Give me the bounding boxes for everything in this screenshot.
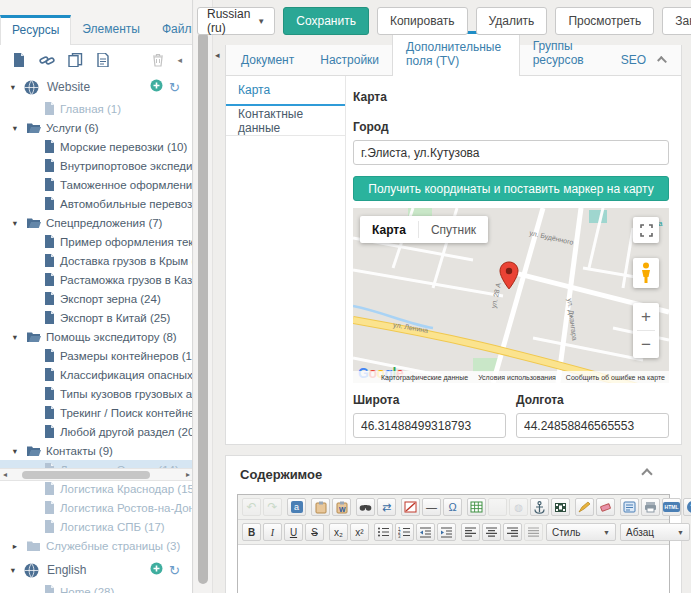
expander-icon[interactable]: ▾ xyxy=(8,565,18,575)
tree-item[interactable]: Автомобильные перевозки (13) xyxy=(0,194,192,213)
tree-horizontal-scrollbar[interactable]: ◂ ▸ xyxy=(0,468,193,481)
tree-item[interactable]: Трекинг / Поиск контейнера (18) xyxy=(0,403,192,422)
tree-item[interactable]: Главная (1) xyxy=(0,99,192,118)
tree-item[interactable]: Любой другой раздел (20) xyxy=(0,422,192,441)
superscript-icon[interactable]: x² xyxy=(350,523,369,541)
collapse-sidebar-icon[interactable]: ◂ xyxy=(177,55,182,65)
city-input[interactable] xyxy=(353,140,669,165)
attribution-link[interactable]: Условия использования xyxy=(478,374,556,381)
replace-icon[interactable]: ⇄ xyxy=(377,498,396,516)
tree-item[interactable]: Классификация опасных грузов xyxy=(0,365,192,384)
help-icon[interactable]: ? xyxy=(683,498,691,516)
tree-root-english[interactable]: ▾English↻ xyxy=(0,558,192,582)
tree-item[interactable]: Доставка грузов в Крым (22) xyxy=(0,251,192,270)
collapse-panel-icon[interactable] xyxy=(641,468,652,479)
zoom-out-button[interactable]: − xyxy=(633,331,659,358)
image-icon[interactable] xyxy=(401,498,420,516)
bold-icon[interactable]: B xyxy=(242,523,261,541)
refresh-icon[interactable]: ↻ xyxy=(169,81,180,94)
tab-настройки[interactable]: Настройки xyxy=(307,45,392,75)
weblink-icon[interactable] xyxy=(38,52,56,68)
tree-item[interactable]: Экспорт зерна (24) xyxy=(0,289,192,308)
tree-item[interactable]: Пример оформления текстовой xyxy=(0,232,192,251)
collapse-tree-panel-icon[interactable]: ◂ xyxy=(215,50,220,60)
anchor-icon[interactable] xyxy=(530,498,549,516)
tab-документ[interactable]: Документ xyxy=(228,45,307,75)
print-icon[interactable] xyxy=(641,498,660,516)
sidebar-tab-Элементы[interactable]: Элементы xyxy=(71,15,151,44)
fullscreen-icon[interactable] xyxy=(633,217,659,243)
subscript-icon[interactable]: x₂ xyxy=(329,523,348,541)
underline-icon[interactable]: U xyxy=(284,523,303,541)
attribution-link[interactable]: Сообщить об ошибке на карте xyxy=(566,374,665,381)
duplicate-icon[interactable] xyxy=(66,52,84,68)
latitude-input[interactable] xyxy=(353,413,506,438)
scrollbar-thumb[interactable] xyxy=(198,32,208,584)
bullet-list-icon[interactable] xyxy=(374,523,393,541)
tree-item[interactable]: ▾Спецпредложения (7) xyxy=(0,213,192,232)
save-button[interactable]: Сохранить xyxy=(283,7,369,35)
map-marker-icon[interactable] xyxy=(499,261,519,295)
expander-icon[interactable]: ▾ xyxy=(10,123,20,133)
tree-item[interactable]: Таможенное оформление (12) xyxy=(0,175,192,194)
tree-item[interactable]: Логистика СПБ (17) xyxy=(0,517,192,536)
align-left-icon[interactable] xyxy=(461,523,480,541)
indent-icon[interactable] xyxy=(437,523,456,541)
style-select[interactable]: Стиль▼ xyxy=(546,523,616,541)
zoom-in-button[interactable]: + xyxy=(633,303,659,330)
tree-item[interactable]: Внутрипортовое экспедировани xyxy=(0,156,192,175)
google-map[interactable]: ул. Будённогоул. Ленинаул. Джангараул. 2… xyxy=(353,208,669,383)
horizontal-rule-icon[interactable]: — xyxy=(422,498,441,516)
удалить-button[interactable]: Удалить xyxy=(476,7,548,35)
page-vertical-scrollbar[interactable] xyxy=(194,0,213,593)
align-center-icon[interactable] xyxy=(482,523,501,541)
map-type-satellite[interactable]: Спутник xyxy=(419,223,488,237)
map-type-map[interactable]: Карта xyxy=(360,223,418,237)
закрыть-button[interactable]: Закрыть xyxy=(662,7,691,35)
tree-item[interactable]: Типы кузовов грузовых автомоб xyxy=(0,384,192,403)
add-resource-icon[interactable] xyxy=(150,562,163,578)
paste-from-word-icon[interactable]: W xyxy=(332,498,351,516)
expander-icon[interactable]: ▾ xyxy=(10,218,20,228)
insert-table-icon[interactable] xyxy=(467,498,486,516)
search-icon[interactable] xyxy=(356,498,375,516)
tv-tab-контактные-данные[interactable]: Контактные данные xyxy=(226,106,345,136)
tree-item[interactable]: Морские перевозки (10) xyxy=(0,137,192,156)
special-character-icon[interactable]: Ω xyxy=(443,498,462,516)
italic-icon[interactable]: I xyxy=(263,523,282,541)
tree-item[interactable]: ▾Помощь экспедитору (8) xyxy=(0,327,192,346)
outdent-icon[interactable] xyxy=(416,523,435,541)
expander-icon[interactable]: ▾ xyxy=(8,82,18,92)
tree-item[interactable]: Экспорт в Китай (25) xyxy=(0,308,192,327)
html-source-icon[interactable]: HTML xyxy=(662,498,681,516)
tree-root-website[interactable]: ▾Website↻ xyxy=(0,75,192,99)
new-document-icon[interactable] xyxy=(10,52,28,68)
select-all-icon[interactable]: a xyxy=(287,498,306,516)
numbered-list-icon[interactable]: 123 xyxy=(395,523,414,541)
tree-item[interactable]: Логистика Краснодар (15) xyxy=(0,479,192,498)
scroll-left-icon[interactable]: ◂ xyxy=(3,470,7,479)
expander-icon[interactable]: ▾ xyxy=(10,446,20,456)
tree-item[interactable]: Размеры контейнеров (19) xyxy=(0,346,192,365)
tree-item[interactable]: ▸Служебные страницы (3) xyxy=(0,536,192,555)
tv-tab-карта[interactable]: Карта xyxy=(226,76,345,106)
sidebar-tab-Ресурсы[interactable]: Ресурсы xyxy=(0,15,71,45)
tree-item[interactable]: Home (28) xyxy=(0,582,192,593)
language-select[interactable]: Russian (ru) ▼ xyxy=(197,7,275,35)
sidebar-tab-Файлы[interactable]: Файлы xyxy=(151,15,193,44)
paste-icon[interactable] xyxy=(311,498,330,516)
add-resource-icon[interactable] xyxy=(150,79,163,95)
style-properties-icon[interactable] xyxy=(620,498,639,516)
remove-format-icon[interactable] xyxy=(596,498,615,516)
копировать-button[interactable]: Копировать xyxy=(377,7,468,35)
format-painter-icon[interactable] xyxy=(575,498,594,516)
tree-item[interactable]: Логистика Ростов-на-Дону (16) xyxy=(0,498,192,517)
просмотреть-button[interactable]: Просмотреть xyxy=(555,7,654,35)
scrollbar-thumb[interactable] xyxy=(22,471,150,479)
strikethrough-icon[interactable]: S xyxy=(305,523,324,541)
tree-item[interactable]: ▾Контакты (9) xyxy=(0,441,192,460)
expander-icon[interactable]: ▸ xyxy=(10,541,20,551)
tree-item[interactable]: Растаможка грузов в Казахстан xyxy=(0,270,192,289)
format-select[interactable]: Абзац▼ xyxy=(620,523,690,541)
tab-группы-ресурсов[interactable]: Группы ресурсов xyxy=(520,31,608,75)
